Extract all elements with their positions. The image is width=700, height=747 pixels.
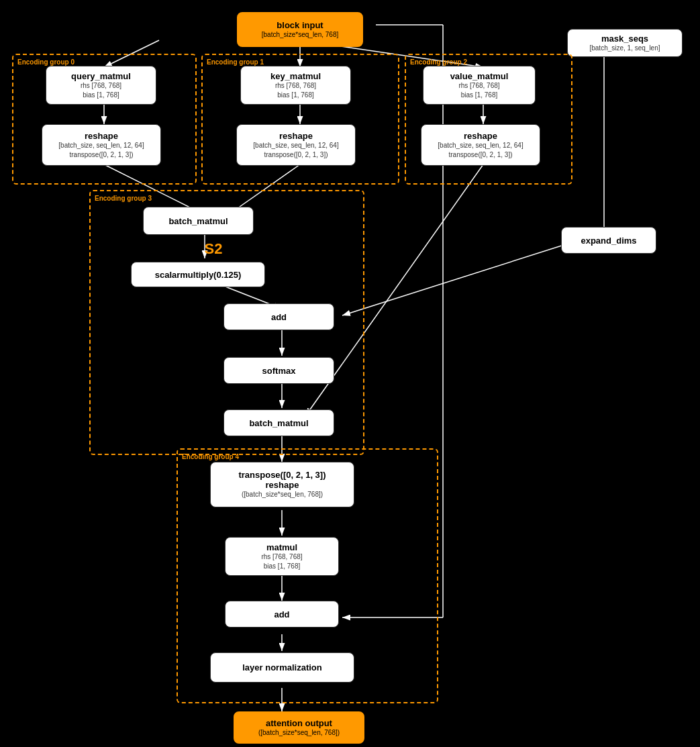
- mask-seqs-label: mask_seqs: [601, 34, 648, 44]
- query-matmul-node: query_matmul rhs [768, 768] bias [1, 768…: [46, 66, 156, 105]
- value-matmul-sub2: bias [1, 768]: [461, 91, 497, 100]
- key-matmul-sub2: bias [1, 768]: [277, 91, 313, 100]
- batch-matmul-bottom-label: batch_matmul: [249, 418, 308, 428]
- transpose-reshape-label: transpose([0, 2, 1, 3])reshape: [238, 470, 326, 490]
- matmul-node: matmul rhs [768, 768] bias [1, 768]: [225, 537, 339, 576]
- key-matmul-sub1: rhs [768, 768]: [275, 81, 316, 91]
- attention-output-sub: ([batch_size*seq_len, 768]): [258, 728, 340, 738]
- group3-label: Encoding group 3: [95, 194, 152, 203]
- reshape1-label: reshape: [279, 131, 313, 141]
- matmul-label: matmul: [266, 542, 297, 552]
- add-top-node: add: [223, 303, 334, 330]
- mask-seqs-node: mask_seqs [batch_size, 1, seq_len]: [567, 29, 683, 57]
- key-matmul-node: key_matmul rhs [768, 768] bias [1, 768]: [240, 66, 351, 105]
- block-input-label: block input: [277, 20, 323, 30]
- attention-output-node: attention output ([batch_size*seq_len, 7…: [234, 711, 364, 744]
- key-matmul-label: key_matmul: [270, 71, 321, 81]
- add-top-label: add: [271, 312, 287, 322]
- reshape1-sub: [batch_size, seq_len, 12, 64]transpose([…: [253, 141, 338, 160]
- scalarmultiply-label: scalarmultiply(0.125): [155, 270, 242, 280]
- softmax-label: softmax: [262, 366, 296, 376]
- s2-label: S2: [187, 240, 240, 258]
- reshape0-label: reshape: [85, 131, 118, 141]
- batch-matmul-top-label: batch_matmul: [168, 216, 228, 226]
- add-bottom-label: add: [274, 609, 289, 619]
- value-matmul-sub1: rhs [768, 768]: [458, 81, 499, 91]
- transpose-reshape-node: transpose([0, 2, 1, 3])reshape ([batch_s…: [210, 462, 354, 507]
- add-bottom-node: add: [225, 601, 339, 628]
- matmul-sub1: rhs [768, 768]: [261, 552, 302, 562]
- svg-line-24: [342, 240, 579, 315]
- block-input-node: block input [batch_size*seq_len, 768]: [237, 12, 363, 47]
- expand-dims-label: expand_dims: [581, 236, 636, 246]
- block-input-sub: [batch_size*seq_len, 768]: [262, 30, 339, 40]
- batch-matmul-bottom-node: batch_matmul: [223, 409, 334, 436]
- value-matmul-label: value_matmul: [450, 71, 509, 81]
- layer-norm-label: layer normalization: [242, 662, 321, 673]
- reshape0-sub: [batch_size, seq_len, 12, 64]transpose([…: [58, 141, 144, 160]
- matmul-sub2: bias [1, 768]: [264, 562, 300, 571]
- softmax-node: softmax: [223, 357, 334, 384]
- query-matmul-sub2: bias [1, 768]: [83, 91, 119, 100]
- batch-matmul-top-node: batch_matmul: [143, 207, 254, 235]
- group4-label: Encoding group 4: [182, 452, 239, 461]
- layer-norm-node: layer normalization: [210, 652, 354, 683]
- attention-output-label: attention output: [266, 718, 332, 728]
- transpose-reshape-sub: ([batch_size*seq_len, 768]): [242, 490, 323, 499]
- query-matmul-label: query_matmul: [71, 71, 131, 81]
- reshape1-node: reshape [batch_size, seq_len, 12, 64]tra…: [236, 124, 356, 166]
- reshape0-node: reshape [batch_size, seq_len, 12, 64]tra…: [42, 124, 161, 166]
- reshape2-node: reshape [batch_size, seq_len, 12, 64]tra…: [421, 124, 540, 166]
- value-matmul-node: value_matmul rhs [768, 768] bias [1, 768…: [423, 66, 536, 105]
- expand-dims-node: expand_dims: [561, 227, 656, 254]
- reshape2-sub: [batch_size, seq_len, 12, 64]transpose([…: [438, 141, 523, 160]
- mask-seqs-sub: [batch_size, 1, seq_len]: [589, 44, 660, 53]
- query-matmul-sub1: rhs [768, 768]: [81, 81, 121, 91]
- scalarmultiply-node: scalarmultiply(0.125): [131, 262, 265, 287]
- reshape2-label: reshape: [464, 131, 497, 141]
